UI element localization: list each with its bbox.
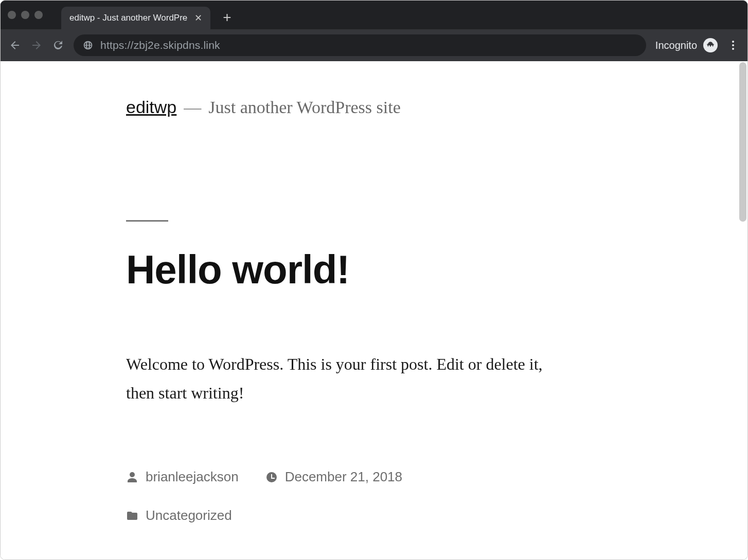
post-title-text: Hello world! [126, 247, 349, 292]
svg-point-2 [732, 48, 734, 50]
author-link[interactable]: brianleejackson [146, 469, 239, 485]
post-category: Uncategorized [126, 508, 566, 523]
tab-strip: editwp - Just another WordPre ✕ + [1, 1, 747, 29]
close-tab-icon[interactable]: ✕ [194, 12, 202, 24]
site-tagline: Just another WordPress site [208, 98, 400, 117]
title-separator: — [184, 98, 201, 117]
window-close-icon[interactable] [8, 11, 16, 19]
tab-title: editwp - Just another WordPre [69, 13, 187, 23]
back-button[interactable] [9, 39, 21, 51]
incognito-label: Incognito [655, 40, 697, 51]
folder-icon [126, 510, 138, 522]
category-link[interactable]: Uncategorized [146, 508, 232, 523]
forward-button [30, 39, 43, 51]
browser-chrome: editwp - Just another WordPre ✕ + https:… [1, 1, 747, 61]
post-meta: brianleejackson December 21, 2018 Uncate… [126, 469, 566, 523]
incognito-icon [703, 38, 718, 52]
post-author: brianleejackson [126, 469, 239, 485]
svg-point-1 [732, 44, 734, 46]
browser-tab[interactable]: editwp - Just another WordPre ✕ [61, 7, 210, 29]
address-bar[interactable]: https://zbj2e.skipdns.link [74, 34, 646, 56]
window-controls [8, 11, 43, 19]
person-icon [126, 471, 138, 483]
date-link[interactable]: December 21, 2018 [285, 469, 402, 485]
window-minimize-icon[interactable] [21, 11, 29, 19]
post-divider [126, 220, 168, 222]
url-text: https://zbj2e.skipdns.link [100, 39, 220, 51]
reload-button[interactable] [52, 39, 64, 51]
page-viewport: editwp — Just another WordPress site Hel… [1, 61, 747, 560]
site-header: editwp — Just another WordPress site [126, 97, 566, 117]
browser-toolbar: https://zbj2e.skipdns.link Incognito [1, 29, 747, 61]
window-maximize-icon[interactable] [34, 11, 43, 19]
site-title-link[interactable]: editwp [126, 97, 176, 117]
clock-icon [265, 471, 278, 483]
site-info-icon[interactable] [83, 40, 93, 50]
new-tab-button[interactable]: + [223, 10, 231, 25]
scrollbar[interactable] [739, 62, 746, 222]
incognito-indicator: Incognito [655, 38, 718, 52]
site-content: editwp — Just another WordPress site Hel… [1, 61, 566, 523]
post-excerpt: Welcome to WordPress. This is your first… [126, 350, 558, 407]
svg-point-0 [732, 41, 734, 43]
post-title[interactable]: Hello world! [126, 246, 566, 293]
post-date: December 21, 2018 [265, 469, 402, 485]
browser-menu-button[interactable] [727, 39, 739, 51]
